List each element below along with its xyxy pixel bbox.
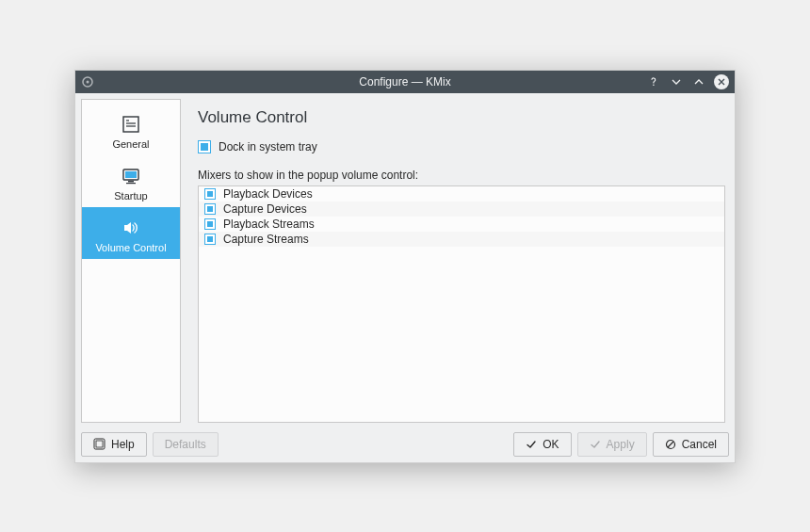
- titlebar: Configure — KMix: [75, 71, 735, 93]
- svg-point-1: [87, 80, 89, 83]
- dock-checkbox[interactable]: [198, 140, 211, 153]
- general-icon: [120, 113, 142, 136]
- list-item[interactable]: Playback Devices: [199, 186, 724, 202]
- window-title: Configure — KMix: [75, 75, 735, 89]
- list-item[interactable]: Capture Devices: [199, 202, 724, 217]
- defaults-button-label: Defaults: [165, 438, 206, 451]
- mixers-label: Mixers to show in the popup volume contr…: [198, 169, 725, 182]
- cancel-button-label: Cancel: [682, 438, 717, 451]
- app-icon: [81, 75, 94, 89]
- mixer-checkbox[interactable]: [204, 188, 216, 200]
- defaults-button[interactable]: Defaults: [153, 432, 219, 457]
- help-badge-icon: [93, 438, 105, 450]
- close-icon[interactable]: [714, 74, 729, 89]
- mixer-label: Capture Streams: [223, 233, 309, 246]
- help-button-label: Help: [111, 438, 135, 451]
- list-item[interactable]: Playback Streams: [199, 217, 724, 232]
- mixers-listbox[interactable]: Playback Devices Capture Devices Playbac…: [198, 185, 725, 423]
- volume-icon: [120, 217, 142, 239]
- mixer-label: Playback Streams: [223, 218, 315, 231]
- ok-button[interactable]: OK: [513, 432, 571, 457]
- dock-checkbox-label: Dock in system tray: [219, 140, 317, 153]
- main-panel: Volume Control Dock in system tray Mixer…: [181, 99, 729, 423]
- startup-icon: [120, 165, 142, 187]
- svg-rect-9: [128, 181, 134, 182]
- button-bar: Help Defaults OK Apply Cancel: [75, 427, 735, 462]
- mixer-label: Capture Devices: [223, 202, 307, 216]
- sidebar-item-label: General: [112, 138, 149, 150]
- mixer-checkbox[interactable]: [204, 203, 216, 215]
- minimize-icon[interactable]: [669, 74, 684, 89]
- sidebar-item-startup[interactable]: Startup: [82, 155, 180, 207]
- page-title: Volume Control: [198, 108, 725, 127]
- svg-line-14: [668, 442, 673, 447]
- list-item[interactable]: Capture Streams: [199, 232, 724, 247]
- help-button[interactable]: Help: [81, 432, 147, 457]
- sidebar-item-label: Volume Control: [95, 242, 166, 253]
- cancel-icon: [665, 439, 676, 450]
- cancel-button[interactable]: Cancel: [653, 432, 729, 457]
- mixer-label: Playback Devices: [223, 187, 313, 201]
- maximize-icon[interactable]: [691, 74, 706, 89]
- sidebar-item-general[interactable]: General: [82, 104, 180, 155]
- svg-rect-10: [126, 183, 136, 184]
- apply-button-label: Apply: [607, 438, 635, 451]
- svg-rect-12: [96, 441, 103, 447]
- svg-rect-3: [123, 117, 138, 132]
- apply-button[interactable]: Apply: [577, 432, 647, 457]
- dock-checkbox-row[interactable]: Dock in system tray: [198, 140, 725, 153]
- mixer-checkbox[interactable]: [204, 218, 216, 230]
- config-window: Configure — KMix General: [74, 70, 736, 463]
- sidebar: General Startup Volume Control: [81, 99, 181, 423]
- window-controls: [646, 74, 729, 89]
- ok-button-label: OK: [543, 438, 559, 451]
- svg-rect-8: [125, 171, 137, 178]
- dialog-body: General Startup Volume Control Volume Co…: [75, 93, 735, 427]
- sidebar-item-volume-control[interactable]: Volume Control: [82, 207, 180, 259]
- mixer-checkbox[interactable]: [204, 234, 216, 245]
- sidebar-item-label: Startup: [114, 190, 147, 202]
- check-icon: [526, 439, 537, 450]
- help-icon[interactable]: [646, 74, 661, 89]
- check-icon: [590, 439, 601, 450]
- svg-point-2: [653, 84, 655, 86]
